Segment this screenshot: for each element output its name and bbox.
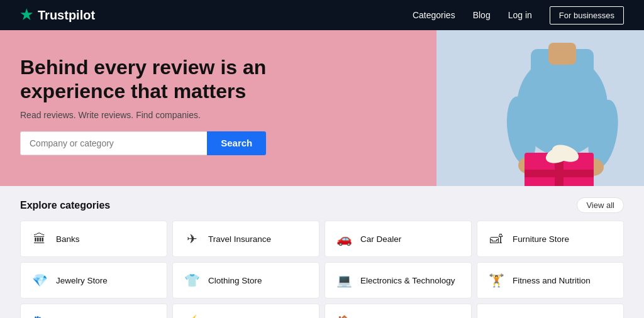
category-label-car-dealer: Car Dealer [360,234,401,244]
fitness-icon: 🏋 [487,273,505,288]
next-arrow-icon: › [548,314,552,318]
categories-title: Explore categories [20,200,110,211]
category-label-travel-insurance: Travel Insurance [208,234,271,244]
category-card-electronics[interactable]: 💻 Electronics & Technology [325,262,472,299]
category-card-fitness-nutrition[interactable]: 🏋 Fitness and Nutrition [477,262,624,299]
category-card-travel-insurance[interactable]: ✈ Travel Insurance [172,221,319,257]
trustpilot-star-icon: ★ [20,7,33,23]
category-label-furniture-store: Furniture Store [513,234,569,244]
category-label-jewelry-store: Jewelry Store [56,276,108,285]
search-bar: Search [20,131,266,155]
hero-illustration [436,30,644,186]
category-label-fitness: Fitness and Nutrition [513,276,591,285]
logo-text: Trustpilot [38,8,95,23]
category-label-electronics: Electronics & Technology [360,276,455,285]
clothing-store-icon: 👕 [183,273,201,288]
electronics-icon: 💻 [335,273,353,288]
category-card-pet-store[interactable]: 🐾 Pet Store [20,304,167,318]
svg-point-14 [557,150,567,160]
travel-insurance-icon: ✈ [183,231,201,246]
nav-blog-link[interactable]: Blog [473,10,491,20]
categories-next-arrow-card[interactable]: › [477,304,624,318]
category-card-furniture-store[interactable]: 🛋 Furniture Store [477,221,624,257]
view-all-button[interactable]: View all [577,197,624,213]
categories-section: Explore categories View all 🏛 Banks ✈ Tr… [0,186,644,318]
svg-rect-3 [548,43,576,65]
category-card-banks[interactable]: 🏛 Banks [20,221,167,257]
nav-categories-link[interactable]: Categories [413,10,455,20]
jewelry-store-icon: 💎 [31,273,48,288]
navbar: ★ Trustpilot Categories Blog Log in For … [0,0,644,30]
nav-links: Categories Blog Log in For businesses [413,6,624,25]
banks-icon: 🏛 [31,232,48,246]
category-card-clothing-store[interactable]: 👕 Clothing Store [172,262,319,299]
category-card-energy-supplier[interactable]: ⚡ Energy Supplier [172,304,319,318]
hero-section: Behind every review is an experience tha… [0,30,644,186]
furniture-store-icon: 🛋 [487,232,505,246]
category-card-real-estate[interactable]: 🏠 Real Estate Agents [325,304,472,318]
category-label-banks: Banks [56,234,80,244]
for-businesses-button[interactable]: For businesses [550,6,624,25]
hero-subtext: Read reviews. Write reviews. Find compan… [20,110,266,120]
category-card-car-dealer[interactable]: 🚗 Car Dealer [325,221,472,257]
search-button[interactable]: Search [207,131,266,155]
categories-header: Explore categories View all [20,197,624,213]
hero-headline: Behind every review is an experience tha… [20,55,266,104]
pet-store-icon: 🐾 [31,314,48,318]
category-label-clothing-store: Clothing Store [208,276,262,285]
search-input[interactable] [20,131,207,155]
real-estate-icon: 🏠 [335,314,353,318]
category-card-jewelry-store[interactable]: 💎 Jewelry Store [20,262,167,299]
energy-supplier-icon: ⚡ [183,314,201,318]
nav-login-link[interactable]: Log in [508,10,532,20]
hero-content: Behind every review is an experience tha… [20,55,266,155]
car-dealer-icon: 🚗 [335,231,353,246]
hero-person-svg [436,30,644,186]
categories-grid: 🏛 Banks ✈ Travel Insurance 🚗 Car Dealer … [20,221,624,318]
logo: ★ Trustpilot [20,7,95,23]
